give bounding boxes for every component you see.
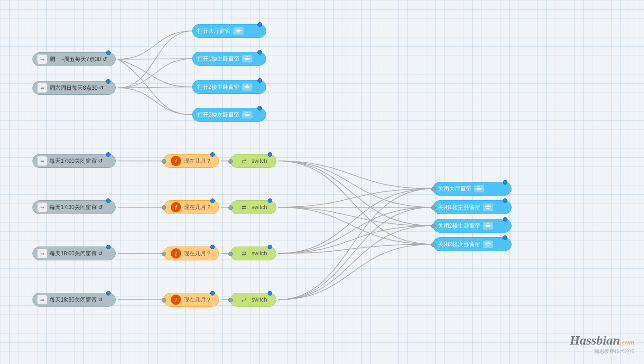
- func-icon-3: f: [171, 248, 181, 259]
- switch-icon-3: ⇄: [239, 249, 249, 258]
- dot-ac3-in: [431, 224, 436, 228]
- watermark-sub: 瀚思彼岸技术论坛: [570, 348, 635, 355]
- trigger-close-icon-1: ⇒: [38, 156, 47, 166]
- dot-ac2: [503, 198, 507, 203]
- trigger-label-1: 周一~周五每天7点30 ↺: [50, 56, 107, 63]
- switch-node-1[interactable]: ⇄ switch: [230, 154, 276, 168]
- switch-icon-2: ⇄: [239, 203, 249, 212]
- svg-rect-0: [236, 30, 241, 31]
- action-open-4[interactable]: 打开2楼次卧窗帘: [192, 108, 266, 122]
- dot-action-1: [257, 22, 262, 27]
- dot-tc1: [106, 152, 111, 157]
- trigger-close-4[interactable]: ⇒ 每天18:30关闭窗帘 ↺: [32, 293, 116, 307]
- action-open-label-4: 打开2楼次卧窗帘: [197, 111, 239, 119]
- action-open-label-3: 打开2楼主卧窗帘: [197, 83, 239, 91]
- func-label-3: 现在几月？: [184, 250, 212, 258]
- switch-label-1: switch: [251, 158, 267, 164]
- trigger-close-1[interactable]: ⇒ 每天17:00关闭窗帘 ↺: [32, 154, 116, 168]
- dot-f3: [210, 245, 215, 249]
- svg-rect-2: [238, 29, 239, 30]
- trigger-close-3[interactable]: ⇒ 每天18:00关闭窗帘 ↺: [32, 247, 116, 260]
- switch-node-4[interactable]: ⇄ switch: [230, 293, 276, 307]
- func-node-2[interactable]: f 现在几月？: [163, 200, 219, 214]
- svg-rect-12: [476, 188, 482, 189]
- svg-rect-18: [485, 225, 491, 226]
- func-node-4[interactable]: f 现在几月？: [163, 293, 219, 307]
- watermark-com: .com: [620, 338, 635, 346]
- trigger-icon-1: ⇒: [38, 55, 47, 64]
- dot-f4: [210, 291, 215, 296]
- dot-s3: [268, 245, 272, 249]
- dot-s3-in: [228, 252, 233, 256]
- svg-rect-16: [486, 208, 490, 209]
- dot-f1: [210, 152, 215, 157]
- svg-rect-9: [244, 114, 250, 115]
- trigger-close-icon-3: ⇒: [38, 249, 47, 258]
- svg-rect-15: [485, 206, 491, 207]
- func-label-1: 现在几月？: [184, 157, 212, 165]
- action-open-3[interactable]: 打开2楼主卧窗帘: [192, 80, 266, 94]
- switch-label-2: switch: [251, 204, 267, 210]
- watermark: Hassbian.com 瀚思彼岸技术论坛: [570, 333, 635, 355]
- action-open-1[interactable]: 打开大厅窗帘: [192, 24, 266, 38]
- action-open-2[interactable]: 打开1楼主卧窗帘: [192, 52, 266, 66]
- switch-icon-4: ⇄: [239, 295, 249, 304]
- dot-s1: [268, 152, 272, 157]
- svg-rect-19: [486, 226, 490, 227]
- dot-ac2-in: [431, 205, 436, 210]
- func-node-3[interactable]: f 现在几月？: [163, 247, 219, 260]
- svg-rect-22: [486, 245, 490, 246]
- switch-icon-1: ⇄: [239, 156, 249, 166]
- trigger-node-2[interactable]: ⇒ 周六周日每天8点30 ↺: [32, 81, 116, 95]
- svg-rect-14: [478, 186, 480, 187]
- action-close-2[interactable]: 关闭1楼主卧窗帘: [433, 200, 512, 214]
- device-icon-2: [242, 55, 252, 62]
- dot-ac1: [503, 180, 507, 185]
- svg-rect-17: [487, 205, 489, 206]
- device-close-icon-3: [483, 222, 493, 229]
- svg-rect-8: [246, 85, 248, 86]
- dot-tc3: [106, 245, 111, 249]
- device-icon-3: [242, 83, 252, 91]
- action-close-4[interactable]: 关闭2楼次卧窗帘: [433, 237, 512, 251]
- switch-node-2[interactable]: ⇄ switch: [230, 200, 276, 214]
- trigger-close-2[interactable]: ⇒ 每天17:30关闭窗帘 ↺: [32, 200, 116, 214]
- dot-s4-in: [228, 298, 233, 302]
- dot-tc4: [106, 291, 111, 296]
- trigger-close-icon-2: ⇒: [38, 203, 47, 212]
- action-close-label-4: 关闭2楼次卧窗帘: [438, 241, 480, 248]
- watermark-main: Hassbian.com: [570, 333, 635, 348]
- action-open-label-2: 打开1楼主卧窗帘: [197, 55, 239, 63]
- dot-tc2: [106, 198, 111, 203]
- action-close-1[interactable]: 关闭大厅窗帘: [433, 182, 512, 196]
- func-icon-2: f: [171, 202, 181, 212]
- device-close-icon-1: [474, 185, 484, 192]
- device-icon-1: [233, 27, 244, 35]
- svg-rect-3: [244, 58, 250, 59]
- watermark-text: Hassbian: [570, 333, 620, 347]
- dot-f2-in: [162, 205, 166, 210]
- switch-label-3: switch: [251, 250, 267, 257]
- svg-rect-4: [245, 59, 249, 60]
- trigger-close-label-4: 每天18:30关闭窗帘 ↺: [50, 296, 103, 304]
- func-node-1[interactable]: f 现在几月？: [163, 154, 219, 168]
- switch-node-3[interactable]: ⇄ switch: [230, 247, 276, 260]
- func-icon-4: f: [171, 295, 181, 305]
- action-close-3[interactable]: 关闭2楼主卧窗帘: [433, 219, 512, 233]
- svg-rect-5: [246, 56, 248, 57]
- dot-ac3: [503, 217, 507, 222]
- action-open-label-1: 打开大厅窗帘: [197, 27, 231, 35]
- dot-s4: [268, 291, 272, 296]
- trigger-node-1[interactable]: ⇒ 周一~周五每天7点30 ↺: [32, 52, 116, 66]
- dot-s2-in: [228, 205, 233, 210]
- dot-action-4: [257, 106, 262, 111]
- func-label-2: 现在几月？: [184, 204, 212, 211]
- dot-s2: [268, 198, 272, 203]
- dot-f2: [210, 198, 215, 203]
- trigger-label-2: 周六周日每天8点30 ↺: [50, 84, 104, 92]
- svg-rect-11: [246, 112, 248, 113]
- svg-rect-20: [487, 223, 489, 224]
- dot-f1-in: [162, 159, 166, 164]
- svg-rect-23: [487, 242, 489, 243]
- trigger-close-label-2: 每天17:30关闭窗帘 ↺: [50, 204, 103, 211]
